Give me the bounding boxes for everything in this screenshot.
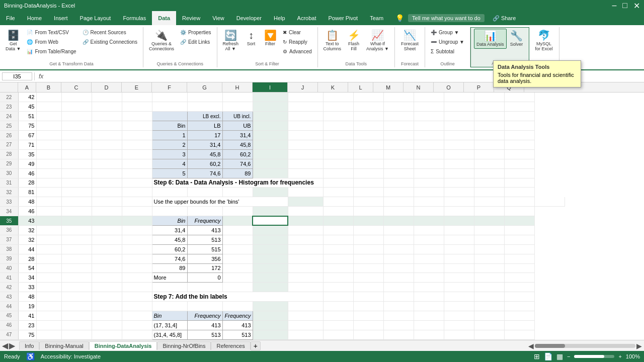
grid-cell[interactable] <box>36 102 61 112</box>
grid-cell[interactable] <box>36 93 61 102</box>
grid-cell[interactable] <box>92 131 122 140</box>
grid-cell[interactable] <box>152 93 187 102</box>
grid-cell[interactable] <box>474 102 504 112</box>
advanced-button[interactable]: ⚙Advanced <box>280 47 314 56</box>
queries-connections-button[interactable]: 🔌 Queries &Connections <box>146 28 177 53</box>
grid-cell[interactable] <box>288 131 323 140</box>
share-button[interactable]: 🔗 Share <box>493 15 516 22</box>
add-sheet-button[interactable]: + <box>251 341 261 350</box>
minimize-icon[interactable]: – <box>612 1 616 11</box>
sheet-tab-info[interactable]: Info <box>19 341 39 350</box>
from-web-button[interactable]: 🌐From Web <box>24 38 78 46</box>
grid-cell[interactable] <box>187 93 222 102</box>
col-header-C[interactable]: C <box>61 82 92 92</box>
grid-cell[interactable] <box>36 131 61 140</box>
tab-view[interactable]: View <box>206 11 230 25</box>
grid-cell[interactable] <box>61 112 92 121</box>
grid-cell[interactable] <box>353 102 383 112</box>
grid-cell[interactable] <box>122 93 152 102</box>
grid-cell[interactable] <box>187 102 222 112</box>
horizontal-scrollbar[interactable] <box>535 344 635 348</box>
data-analysis-button[interactable]: 📊 Data Analysis <box>474 29 507 49</box>
page-layout-icon[interactable]: 📄 <box>544 352 552 360</box>
solver-button[interactable]: 🔧 Solver <box>508 29 526 49</box>
grid-cell[interactable] <box>152 102 187 112</box>
grid-cell[interactable] <box>288 112 323 121</box>
group-button[interactable]: ➕Group ▼ <box>428 28 467 37</box>
edit-links-button[interactable]: 🔗Edit Links <box>178 38 214 46</box>
sheet-tab-binning-manual[interactable]: Binning-Manual <box>39 341 89 350</box>
grid-cell[interactable] <box>122 102 152 112</box>
sheet-nav[interactable]: ◀ ▶ <box>2 341 15 350</box>
tab-insert[interactable]: Insert <box>48 11 74 25</box>
grid-cell[interactable] <box>92 93 122 102</box>
refresh-button[interactable]: 🔄 RefreshAll ▼ <box>220 28 242 53</box>
zoom-out-icon[interactable]: − <box>567 353 570 359</box>
grid-cell[interactable]: UB <box>222 121 253 131</box>
grid-cell[interactable] <box>122 121 152 131</box>
tab-help[interactable]: Help <box>268 11 291 25</box>
col-header-E[interactable]: E <box>122 82 152 92</box>
from-text-csv-button[interactable]: 📄From Text/CSV <box>24 28 78 37</box>
grid-cell[interactable] <box>444 93 474 102</box>
grid-cell[interactable] <box>414 121 444 131</box>
col-header-B[interactable]: B <box>36 82 61 92</box>
maximize-icon[interactable]: □ <box>622 1 627 11</box>
grid-cell[interactable] <box>474 93 504 102</box>
grid-cell[interactable] <box>353 93 383 102</box>
zoom-thumb[interactable] <box>574 355 604 358</box>
grid-cell[interactable] <box>61 121 92 131</box>
grid-cell[interactable]: 75 <box>18 121 36 131</box>
grid-cell[interactable] <box>323 112 353 121</box>
flash-fill-button[interactable]: ⚡ FlashFill <box>345 28 363 53</box>
grid-cell[interactable] <box>504 121 534 131</box>
grid-cell[interactable]: 31,4 <box>222 131 253 140</box>
grid-cell[interactable] <box>414 112 444 121</box>
col-header-A[interactable]: A <box>18 82 36 92</box>
grid-cell[interactable] <box>383 93 414 102</box>
normal-view-icon[interactable]: ⊞ <box>534 352 540 360</box>
grid-cell[interactable] <box>92 121 122 131</box>
col-header-L[interactable]: L <box>348 82 373 92</box>
grid-cell[interactable]: 45 <box>18 102 36 112</box>
tab-home[interactable]: Home <box>21 11 48 25</box>
grid-cell[interactable] <box>288 121 323 131</box>
grid-cell[interactable]: LB <box>187 121 222 131</box>
tab-acrobat[interactable]: Acrobat <box>291 11 323 25</box>
grid-cell[interactable] <box>353 121 383 131</box>
get-data-button[interactable]: 🗄️ GetData ▼ <box>3 28 23 53</box>
existing-connections-button[interactable]: 🔗Existing Connections <box>80 38 140 46</box>
grid-cell[interactable] <box>323 131 353 140</box>
grid-cell[interactable] <box>36 112 61 121</box>
sheet-next-icon[interactable]: ▶ <box>9 341 15 350</box>
grid-cell[interactable] <box>122 112 152 121</box>
grid-container[interactable]: 22 42 <box>0 93 644 340</box>
filter-button[interactable]: 🔽 Filter <box>261 28 279 48</box>
reapply-button[interactable]: ↻Reapply <box>280 38 314 46</box>
grid-cell[interactable]: 17 <box>187 131 222 140</box>
grid-cell[interactable] <box>474 121 504 131</box>
grid-cell[interactable]: 1 <box>152 131 187 140</box>
scroll-right-icon[interactable]: ▶ <box>636 342 642 350</box>
col-header-P[interactable]: P <box>464 82 494 92</box>
grid-cell[interactable]: 67 <box>18 131 36 140</box>
grid-cell[interactable] <box>61 102 92 112</box>
subtotal-button[interactable]: ΣSubtotal <box>428 47 467 56</box>
window-controls[interactable]: – □ ✕ <box>612 1 640 11</box>
grid-cell[interactable] <box>36 121 61 131</box>
page-break-icon[interactable]: ▦ <box>556 352 563 360</box>
sort-button[interactable]: ↕️ Sort <box>242 28 260 48</box>
grid-cell[interactable] <box>323 102 353 112</box>
grid-cell[interactable]: 71 <box>18 140 36 149</box>
grid-cell[interactable] <box>92 112 122 121</box>
grid-cell[interactable] <box>383 121 414 131</box>
col-header-N[interactable]: N <box>404 82 434 92</box>
mysql-button[interactable]: 🐬 MySQLfor Excel <box>533 28 555 53</box>
tab-page-layout[interactable]: Page Layout <box>74 11 117 25</box>
grid-cell[interactable] <box>253 93 288 102</box>
grid-cell[interactable] <box>253 131 288 140</box>
col-header-O[interactable]: O <box>434 82 464 92</box>
grid-cell[interactable] <box>383 112 414 121</box>
grid-cell[interactable]: UB incl. <box>222 112 253 121</box>
grid-cell[interactable] <box>253 102 288 112</box>
